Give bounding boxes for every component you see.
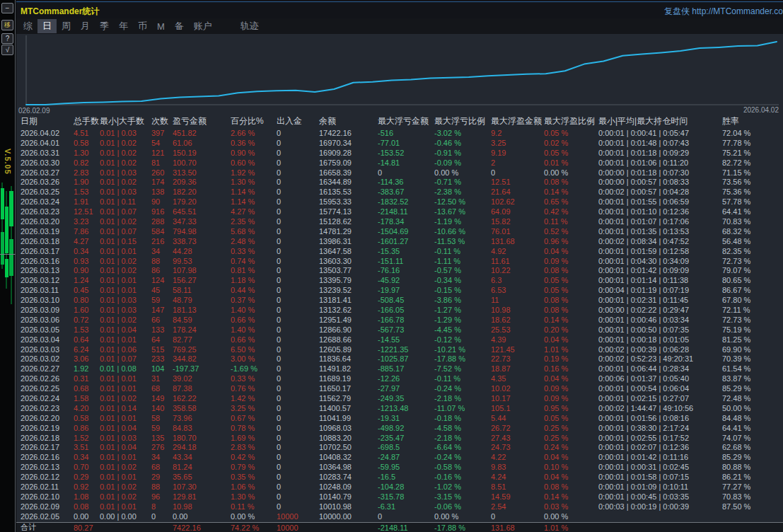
table-row[interactable]: 2026.03.170.340.01 | 0.013444.280.33 %01… — [16, 246, 783, 256]
menu-item-monthly[interactable]: 月 — [76, 19, 95, 33]
total-cell-max-float-loss: -2148.11 — [378, 524, 434, 532]
cell-balance: 16344.89 — [319, 178, 378, 186]
table-row[interactable]: 2026.04.024.510.01 | 0.03397451.822.66 %… — [16, 128, 783, 138]
cell-hold-times: 0:00:01 | 0:01:10 | 0:12:36 — [598, 207, 722, 216]
cell-min-max-lots: 0.01 | 0.01 — [100, 502, 151, 511]
table-row[interactable]: 2026.02.090.080.01 | 0.01810.980.11 %010… — [16, 502, 783, 511]
table-row[interactable]: 2026.03.121.240.01 | 0.01124156.271.18 %… — [16, 275, 783, 285]
brand-link[interactable]: 复盘侠 http://MTCommander.co — [664, 6, 783, 18]
table-row[interactable]: 2026.03.272.830.01 | 0.03260313.501.92 %… — [16, 168, 783, 178]
table-row[interactable]: 2026.03.100.800.01 | 0.035948.790.37 %01… — [16, 295, 783, 305]
cell-date: 2026.02.09 — [21, 502, 74, 511]
menu-item-weekly[interactable]: 周 — [57, 19, 76, 33]
cell-total-lots: 0.70 — [74, 463, 100, 471]
cell-total-lots: 0.34 — [74, 453, 100, 461]
table-row[interactable]: 2026.02.050.000.00 | 0.0000.000.00 %1000… — [16, 511, 783, 521]
table-row[interactable]: 2026.03.040.640.01 | 0.016482.770.66 %01… — [16, 335, 783, 345]
cell-max-float-profit-pct: 0.05 % — [544, 414, 598, 422]
cell-date: 2026.02.23 — [21, 404, 74, 412]
table-row[interactable]: 2026.02.120.290.01 | 0.012935.650.35 %01… — [16, 472, 783, 482]
cell-date: 2026.02.18 — [21, 434, 74, 442]
table-row[interactable]: 2026.03.023.060.01 | 0.07233344.823.00 %… — [16, 354, 783, 364]
cell-balance: 12866.90 — [319, 325, 378, 334]
table-row[interactable]: 2026.02.101.080.01 | 0.0296129.811.30 %0… — [16, 492, 783, 502]
cell-date: 2026.02.20 — [21, 414, 74, 422]
table-row[interactable]: 2026.02.250.680.01 | 0.016887.380.76 %01… — [16, 383, 783, 393]
cell-date: 2026.03.03 — [21, 345, 74, 354]
table-row[interactable]: 2026.03.091.600.01 | 0.03147181.131.40 %… — [16, 305, 783, 315]
table-row[interactable]: 2026.03.051.530.01 | 0.04133178.241.40 %… — [16, 325, 783, 335]
menu-item-note[interactable]: 备 — [170, 19, 189, 33]
menu-item-currency[interactable]: 币 — [133, 19, 152, 33]
cell-date: 2026.03.06 — [21, 316, 74, 324]
table-row[interactable]: 2026.03.300.820.01 | 0.0281100.700.60 %0… — [16, 158, 783, 168]
cell-pnl-percent: 1.40 % — [231, 306, 277, 314]
table-row[interactable]: 2026.02.110.920.01 | 0.0288107.301.06 %0… — [16, 482, 783, 492]
table-row[interactable]: 2026.02.173.510.01 | 0.04276294.182.83 %… — [16, 443, 783, 453]
move-button[interactable]: 移 — [1, 20, 13, 30]
table-row[interactable]: 2026.03.203.230.01 | 0.02288347.332.35 %… — [16, 216, 783, 226]
cell-total-lots: 0.64 — [74, 335, 100, 344]
confirm-button[interactable]: √ — [1, 45, 13, 55]
cell-max-float-loss-pct: -0.91 % — [434, 149, 491, 157]
menu-item-magic[interactable]: M — [152, 21, 170, 33]
table-row[interactable]: 2026.03.110.450.01 | 0.014558.110.44 %01… — [16, 285, 783, 295]
window-top-border — [16, 1, 783, 2]
cell-max-float-loss: 0 — [378, 512, 434, 521]
table-row[interactable]: 2026.03.261.900.01 | 0.02174209.361.30 %… — [16, 177, 783, 187]
table-row[interactable]: 2026.03.184.270.01 | 0.15216338.732.48 %… — [16, 236, 783, 246]
column-header-hold-times: 最小|平均|最大持仓时间 — [598, 115, 722, 127]
table-row[interactable]: 2026.02.181.520.01 | 0.03135180.701.69 %… — [16, 433, 783, 443]
cell-pnl: 35.65 — [173, 473, 231, 481]
cell-pnl-percent: 0.00 % — [231, 512, 277, 521]
menu-item-daily[interactable]: 日 — [37, 19, 57, 33]
table-row[interactable]: 2026.02.130.700.01 | 0.026881.240.79 %01… — [16, 462, 783, 472]
cell-trade-count: 86 — [151, 266, 173, 274]
table-row[interactable]: 2026.03.2312.510.01 | 0.07916645.514.27 … — [16, 207, 783, 216]
table-row[interactable]: 2026.02.271.920.01 | 0.08104-197.37-1.69… — [16, 364, 783, 374]
menu-item-account[interactable]: 账户 — [189, 19, 217, 33]
table-row[interactable]: 2026.02.234.200.01 | 0.14140358.583.25 %… — [16, 403, 783, 413]
cell-win-rate: 83.87 % — [722, 374, 782, 383]
menu-item-summary[interactable]: 综 — [18, 19, 37, 33]
table-row[interactable]: 2026.04.010.580.01 | 0.025461.060.36 %01… — [16, 138, 783, 148]
menu-item-quarterly[interactable]: 季 — [95, 19, 114, 33]
table-row[interactable]: 2026.02.160.340.01 | 0.013443.340.42 %01… — [16, 452, 783, 462]
window-title: MTCommander统计 — [21, 6, 99, 18]
cell-max-float-loss: -1213.48 — [378, 404, 434, 412]
cell-balance: 16909.28 — [319, 149, 378, 157]
table-row[interactable]: 2026.02.200.580.01 | 0.015873.960.67 %01… — [16, 413, 783, 423]
cell-balance: 13647.58 — [319, 247, 378, 255]
table-row[interactable]: 2026.03.130.900.01 | 0.0286107.980.81 %0… — [16, 265, 783, 275]
cell-hold-times: 0:00:01 | 0:00:54 | 0:06:04 — [598, 384, 722, 393]
table-row[interactable]: 2026.03.311.300.01 | 0.02121150.190.90 %… — [16, 148, 783, 158]
table-row[interactable]: 2026.02.260.310.01 | 0.013139.020.33 %01… — [16, 374, 783, 383]
cell-min-max-lots: 0.01 | 0.07 — [100, 207, 151, 216]
table-row[interactable]: 2026.03.197.860.01 | 0.07584794.985.68 %… — [16, 226, 783, 236]
menu-item-yearly[interactable]: 年 — [114, 19, 133, 33]
cell-total-lots: 1.30 — [74, 149, 100, 157]
cell-pnl-percent: -1.69 % — [231, 364, 277, 373]
cell-max-float-profit: 64.09 — [491, 207, 544, 216]
cell-hold-times: 0:00:01 | 0:02:31 | 0:11:45 — [598, 296, 722, 304]
menu-item-trajectory[interactable]: 轨迹 — [236, 19, 264, 33]
table-row[interactable]: 2026.03.251.530.01 | 0.03138182.201.14 %… — [16, 187, 783, 197]
minimize-button[interactable]: − — [1, 3, 13, 13]
table-row[interactable]: 2026.02.190.860.01 | 0.045984.830.78 %01… — [16, 423, 783, 433]
table-row[interactable]: 2026.02.241.580.01 | 0.02149162.221.42 %… — [16, 393, 783, 403]
cell-hold-times: 0:00:02 | 0:52:23 | 49:20:31 — [598, 354, 722, 363]
cell-pnl: 347.33 — [173, 217, 231, 226]
cell-max-float-profit-pct: 0.03 % — [544, 502, 598, 511]
cell-hold-times: 0:00:01 | 0:00:45 | 0:03:35 — [598, 492, 722, 501]
help-button[interactable]: ? — [1, 33, 13, 44]
cell-pnl-percent: 1.30 % — [231, 492, 277, 501]
table-row[interactable]: 2026.03.241.910.01 | 0.1190179.201.14 %0… — [16, 197, 783, 207]
table-row[interactable]: 2026.03.060.720.01 | 0.026684.590.66 %01… — [16, 315, 783, 325]
table-row[interactable]: 2026.03.160.930.01 | 0.028899.530.74 %01… — [16, 256, 783, 266]
table-row[interactable]: 2026.03.036.240.01 | 0.06515769.256.50 %… — [16, 345, 783, 354]
version-label: V.5.05 — [4, 149, 12, 174]
cell-balance: 13181.41 — [319, 296, 378, 304]
cell-balance: 12605.89 — [319, 345, 378, 354]
cell-max-float-loss-pct: -0.34 % — [434, 276, 491, 284]
cell-max-float-loss-pct: -0.71 % — [434, 178, 491, 186]
